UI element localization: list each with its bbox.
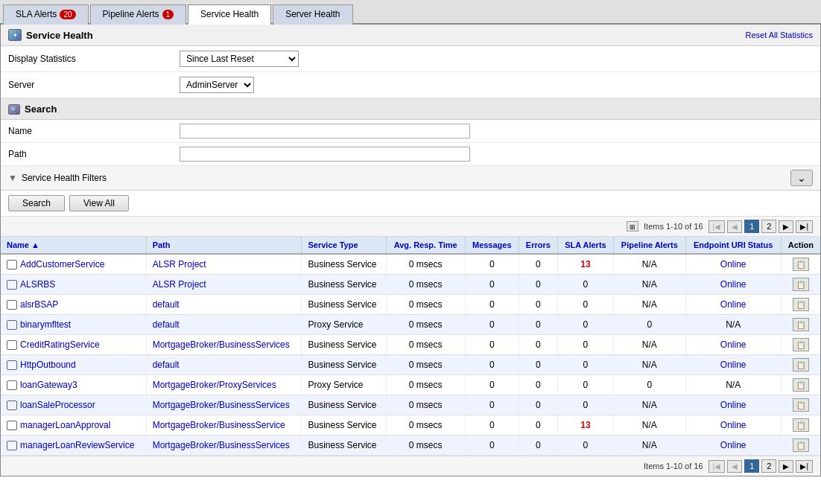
server-select[interactable]: AdminServer <box>180 77 254 93</box>
tab-sla-alerts-label: SLA Alerts <box>16 9 57 19</box>
col-name-link[interactable]: Name ▲ <box>7 240 39 249</box>
action-icon[interactable]: 📋 <box>793 298 809 311</box>
path-link[interactable]: MortgageBroker/BusinessServices <box>153 339 290 350</box>
search-button[interactable]: Search <box>8 195 65 211</box>
path-link[interactable]: default <box>153 319 180 330</box>
tab-server-health-label: Server Health <box>285 9 340 19</box>
action-icon[interactable]: 📋 <box>793 358 809 371</box>
action-icon[interactable]: 📋 <box>793 258 809 271</box>
next-page-num-top[interactable]: 2 <box>761 220 776 233</box>
cell-action: 📋 <box>781 295 820 315</box>
service-name-link[interactable]: CreditRatingService <box>20 339 100 350</box>
cell-errors: 0 <box>519 315 557 335</box>
tab-service-health[interactable]: Service Health <box>188 4 271 25</box>
cell-name: ✦CreditRatingService <box>1 335 146 355</box>
server-control: AdminServer <box>180 77 254 93</box>
tab-pipeline-alerts-label: Pipeline Alerts <box>103 9 159 19</box>
table-row: ✦ALSRBSALSR ProjectBusiness Service0 mse… <box>1 275 820 295</box>
cell-errors: 0 <box>519 355 557 375</box>
path-link[interactable]: default <box>153 360 180 370</box>
tab-pipeline-alerts-badge: 1 <box>162 10 174 19</box>
data-table: Name ▲ Path Service Type Avg. Resp. Time… <box>1 237 820 456</box>
cell-name: ✦alsrBSAP <box>1 295 146 315</box>
col-endpoint-uri-status-link[interactable]: Endpoint URI Status <box>694 240 773 249</box>
endpoint-status-link[interactable]: Online <box>720 360 746 370</box>
cell-action: 📋 <box>781 355 820 375</box>
reset-all-statistics-link[interactable]: Reset All Statistics <box>746 31 813 39</box>
col-sla-alerts-link[interactable]: SLA Alerts <box>565 240 606 249</box>
current-page-top[interactable]: 1 <box>744 220 759 233</box>
col-messages-link[interactable]: Messages <box>472 240 512 249</box>
first-page-btn-bottom[interactable]: |◀ <box>709 460 726 473</box>
endpoint-status-link[interactable]: Online <box>720 299 746 310</box>
endpoint-status-link[interactable]: Online <box>720 279 746 290</box>
action-icon[interactable]: 📋 <box>793 418 809 432</box>
endpoint-status-link[interactable]: Online <box>720 420 746 430</box>
next-page-num-bottom[interactable]: 2 <box>761 459 776 473</box>
path-link[interactable]: MortgageBroker/BusinessServices <box>153 400 290 410</box>
path-link[interactable]: MortgageBroker/ProxyServices <box>153 380 276 390</box>
cell-path: default <box>146 355 302 375</box>
cell-name: ✦loanGateway3 <box>1 375 146 395</box>
endpoint-status-link[interactable]: Online <box>720 440 746 450</box>
path-link[interactable]: ALSR Project <box>153 279 206 290</box>
cell-avg-resp-time: 0 msecs <box>386 375 465 395</box>
cell-path: MortgageBroker/BusinessServices <box>146 395 302 415</box>
path-link[interactable]: MortgageBroker/BusinessServices <box>153 440 290 450</box>
cell-errors: 0 <box>519 395 557 415</box>
path-filter-input[interactable] <box>180 147 470 162</box>
service-name-link[interactable]: managerLoanReviewService <box>20 440 134 450</box>
action-icon[interactable]: 📋 <box>793 338 809 351</box>
first-page-btn-top[interactable]: |◀ <box>709 220 726 233</box>
service-name-link[interactable]: loanSaleProcessor <box>20 400 95 410</box>
current-page-bottom[interactable]: 1 <box>744 459 759 473</box>
col-path-link[interactable]: Path <box>153 240 171 249</box>
endpoint-status-link[interactable]: Online <box>720 400 746 410</box>
action-icon[interactable]: 📋 <box>793 438 809 452</box>
col-avg-resp-link[interactable]: Avg. Resp. Time <box>394 240 457 249</box>
tab-pipeline-alerts[interactable]: Pipeline Alerts1 <box>90 4 187 25</box>
cell-endpoint-uri-status: Online <box>685 395 781 415</box>
col-errors-link[interactable]: Errors <box>526 240 551 249</box>
filters-label-group: ▼ Service Health Filters <box>8 173 107 183</box>
service-name-link[interactable]: binarymfltest <box>20 319 71 330</box>
last-page-btn-bottom[interactable]: ▶| <box>796 460 813 473</box>
next-page-btn-top[interactable]: ▶ <box>779 220 793 233</box>
tab-server-health[interactable]: Server Health <box>273 4 352 25</box>
name-filter-input[interactable] <box>180 124 470 138</box>
service-name-link[interactable]: ALSRBS <box>20 279 55 290</box>
action-icon[interactable]: 📋 <box>793 318 809 331</box>
service-name-link[interactable]: loanGateway3 <box>20 380 77 390</box>
prev-page-btn-top[interactable]: ◀ <box>727 220 742 233</box>
path-link[interactable]: ALSR Project <box>153 259 206 269</box>
endpoint-status-link[interactable]: Online <box>720 259 746 269</box>
col-header-name: Name ▲ <box>1 237 146 254</box>
cell-messages: 0 <box>465 275 519 295</box>
tab-sla-alerts[interactable]: SLA Alerts20 <box>3 4 89 25</box>
action-icon[interactable]: 📋 <box>793 278 809 291</box>
service-name-link[interactable]: alsrBSAP <box>20 299 58 310</box>
action-icon[interactable]: 📋 <box>793 398 809 412</box>
endpoint-status-link[interactable]: Online <box>720 339 746 350</box>
service-name-link[interactable]: HttpOutbound <box>20 360 76 370</box>
cell-pipeline-alerts: N/A <box>614 254 686 275</box>
collapse-filters-button[interactable]: ⌄ <box>790 170 813 186</box>
cell-name: ✦loanSaleProcessor <box>1 395 146 415</box>
next-page-btn-bottom[interactable]: ▶ <box>779 460 793 473</box>
col-header-action: Action <box>781 237 820 254</box>
prev-page-btn-bottom[interactable]: ◀ <box>727 460 742 473</box>
action-icon[interactable]: 📋 <box>793 378 809 392</box>
service-name-link[interactable]: managerLoanApproval <box>20 420 110 430</box>
service-name-link[interactable]: AddCustomerService <box>20 259 104 269</box>
cell-sla-alerts: 0 <box>557 436 613 456</box>
col-pipeline-alerts-link[interactable]: Pipeline Alerts <box>621 240 678 249</box>
col-service-type-link[interactable]: Service Type <box>308 240 358 249</box>
last-page-btn-top[interactable]: ▶| <box>796 220 813 233</box>
server-label: Server <box>8 80 180 90</box>
cell-path: MortgageBroker/ProxyServices <box>146 375 302 395</box>
col-header-avg-resp: Avg. Resp. Time <box>386 237 465 254</box>
path-link[interactable]: default <box>153 299 180 310</box>
view-all-button[interactable]: View All <box>69 195 129 211</box>
path-link[interactable]: MortgageBroker/BusinessService <box>153 420 285 430</box>
display-statistics-select[interactable]: Since Last Reset Last 24 Hours Last Week <box>180 51 299 67</box>
